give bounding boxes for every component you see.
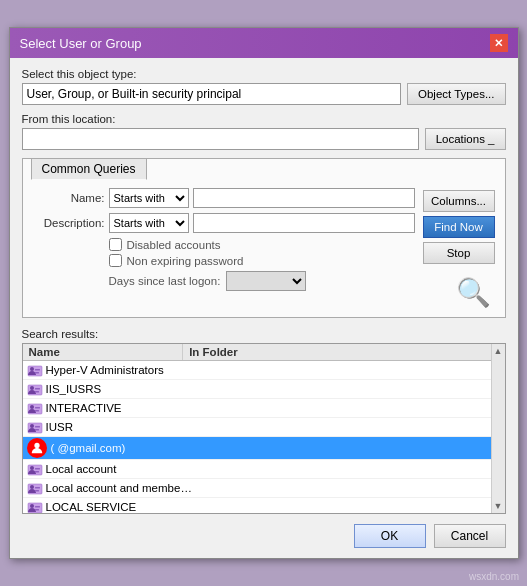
col-folder-label: In Folder — [189, 346, 238, 358]
svg-rect-24 — [35, 490, 39, 492]
form-area: Name: Starts with Description: Starts wi… — [33, 188, 415, 309]
non-expiring-checkbox[interactable] — [109, 254, 122, 267]
description-filter-select[interactable]: Starts with — [109, 213, 189, 233]
row-name: LOCAL SERVICE — [46, 501, 193, 513]
days-label: Days since last logon: — [109, 275, 221, 287]
svg-rect-2 — [35, 369, 40, 371]
svg-rect-27 — [35, 506, 40, 508]
non-expiring-label: Non expiring password — [127, 255, 244, 267]
days-row: Days since last logon: — [109, 271, 415, 291]
row-name: Hyper-V Administrators — [46, 364, 193, 376]
svg-point-18 — [30, 466, 34, 470]
scrollbar[interactable]: ▲ ▼ — [491, 344, 505, 513]
group-icon — [27, 419, 43, 435]
svg-rect-3 — [35, 372, 39, 374]
object-types-button[interactable]: Object Types... — [407, 83, 506, 105]
group-body: Name: Starts with Description: Starts wi… — [23, 180, 505, 317]
row-name: Local account — [46, 463, 193, 475]
name-filter-select[interactable]: Starts with — [109, 188, 189, 208]
search-icon: 🔍 — [423, 276, 495, 309]
disabled-accounts-row: Disabled accounts — [109, 238, 415, 251]
svg-point-26 — [30, 504, 34, 508]
svg-point-13 — [30, 424, 34, 428]
find-now-button[interactable]: Find Now — [423, 216, 495, 238]
dialog-body: Select this object type: Object Types...… — [10, 58, 518, 524]
name-value-input[interactable] — [193, 188, 415, 208]
group-legend: Common Queries — [23, 159, 505, 180]
user-special-icon — [27, 438, 47, 458]
common-queries-group: Common Queries Name: Starts with Descrip… — [22, 158, 506, 318]
locations-button[interactable]: Locations _ — [425, 128, 506, 150]
group-icon — [27, 461, 43, 477]
search-results-label: Search results: — [22, 328, 506, 340]
location-row: Locations _ — [22, 128, 506, 150]
object-type-row: Object Types... — [22, 83, 506, 105]
stop-button[interactable]: Stop — [423, 242, 495, 264]
common-queries-tab[interactable]: Common Queries — [31, 158, 147, 180]
name-label: Name: — [33, 192, 105, 204]
location-label: From this location: — [22, 113, 506, 125]
row-name: INTERACTIVE — [46, 402, 193, 414]
svg-rect-10 — [35, 407, 40, 409]
svg-point-9 — [30, 405, 34, 409]
close-button[interactable]: ✕ — [490, 34, 508, 52]
svg-rect-7 — [35, 391, 39, 393]
description-label: Description: — [33, 217, 105, 229]
svg-rect-19 — [35, 468, 40, 470]
svg-rect-14 — [35, 426, 40, 428]
disabled-accounts-label: Disabled accounts — [127, 239, 221, 251]
dialog-title: Select User or Group — [20, 36, 142, 51]
svg-point-16 — [34, 443, 39, 448]
table-row[interactable]: Hyper-V Administrators — [23, 361, 491, 380]
group-icon — [27, 400, 43, 416]
description-row: Description: Starts with — [33, 213, 415, 233]
group-icon — [27, 362, 43, 378]
results-header: Name In Folder — [23, 344, 491, 361]
svg-point-5 — [30, 386, 34, 390]
description-value-input[interactable] — [193, 213, 415, 233]
svg-rect-11 — [35, 410, 39, 412]
row-name: Local account and member of Administrato… — [46, 482, 193, 494]
table-row[interactable]: IUSR — [23, 418, 491, 437]
results-list[interactable]: Hyper-V AdministratorsIIS_IUSRSINTERACTI… — [23, 361, 491, 513]
col-folder-header: In Folder — [183, 344, 490, 360]
results-table: Name In Folder Hyper-V AdministratorsIIS… — [23, 344, 491, 513]
table-row[interactable]: ( @gmail.com) — [23, 437, 491, 460]
disabled-accounts-checkbox[interactable] — [109, 238, 122, 251]
cancel-button[interactable]: Cancel — [434, 524, 506, 548]
group-icon — [27, 381, 43, 397]
svg-point-1 — [30, 367, 34, 371]
location-input[interactable] — [22, 128, 419, 150]
table-row[interactable]: LOCAL SERVICE — [23, 498, 491, 513]
table-row[interactable]: Local account and member of Administrato… — [23, 479, 491, 498]
non-expiring-row: Non expiring password — [109, 254, 415, 267]
title-bar: Select User or Group ✕ — [10, 28, 518, 58]
table-row[interactable]: Local account — [23, 460, 491, 479]
days-select[interactable] — [226, 271, 306, 291]
row-name: IIS_IUSRS — [46, 383, 193, 395]
group-icon — [27, 480, 43, 496]
dialog-footer: OK Cancel — [10, 524, 518, 558]
table-row[interactable]: IIS_IUSRS — [23, 380, 491, 399]
row-name: ( @gmail.com) — [51, 442, 196, 454]
group-icon — [27, 499, 43, 513]
object-type-label: Select this object type: — [22, 68, 506, 80]
svg-rect-28 — [35, 509, 39, 511]
svg-rect-6 — [35, 388, 40, 390]
svg-point-22 — [30, 485, 34, 489]
object-type-input[interactable] — [22, 83, 402, 105]
svg-rect-15 — [35, 429, 39, 431]
row-name: IUSR — [46, 421, 193, 433]
results-container: Name In Folder Hyper-V AdministratorsIIS… — [22, 343, 506, 514]
table-row[interactable]: INTERACTIVE — [23, 399, 491, 418]
svg-rect-20 — [35, 471, 39, 473]
ok-button[interactable]: OK — [354, 524, 426, 548]
watermark: wsxdn.com — [469, 571, 519, 582]
side-buttons: Columns... Find Now Stop 🔍 — [423, 188, 495, 309]
select-user-dialog: Select User or Group ✕ Select this objec… — [9, 27, 519, 559]
svg-rect-23 — [35, 487, 40, 489]
col-name-header: Name — [23, 344, 184, 360]
columns-button[interactable]: Columns... — [423, 190, 495, 212]
name-row: Name: Starts with — [33, 188, 415, 208]
